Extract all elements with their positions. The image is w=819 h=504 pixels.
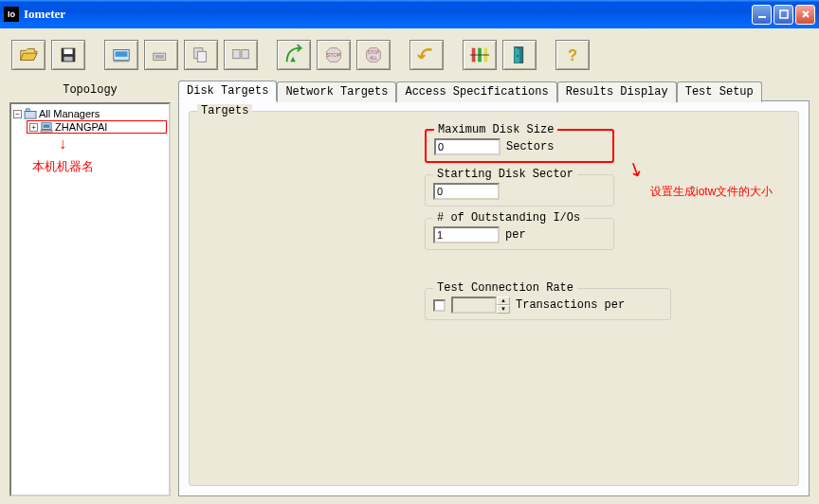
svg-rect-3 [64, 49, 72, 55]
starting-sector-legend: Starting Disk Sector [433, 168, 577, 181]
svg-rect-28 [44, 124, 50, 127]
tab-content: Targets Maximum Disk Size Sectors [178, 100, 810, 496]
targets-legend: Targets [197, 104, 252, 117]
svg-rect-6 [116, 51, 128, 57]
edit-specs-button[interactable] [463, 40, 497, 70]
svg-rect-7 [114, 61, 130, 63]
computer-icon [40, 121, 53, 133]
test-conn-rate-legend: Test Connection Rate [433, 281, 577, 295]
svg-text:?: ? [568, 46, 577, 63]
expand-icon[interactable]: − [13, 110, 22, 118]
tree-item-machine[interactable]: + ZHANGPAI [27, 120, 167, 134]
window-body: STOP STOPALL ? Topology − [0, 28, 819, 504]
annotation-disk-size: 设置生成iotw文件的大小 [650, 184, 773, 200]
max-disk-size-input[interactable] [434, 138, 500, 155]
tree-child-label: ZHANGPAI [55, 121, 107, 133]
svg-rect-1 [780, 10, 788, 18]
svg-rect-25 [25, 111, 36, 118]
start-button[interactable] [277, 40, 311, 70]
tab-disk-targets[interactable]: Disk Targets [178, 81, 277, 101]
spinner-up-button[interactable]: ▲ [497, 297, 510, 305]
svg-text:ALL: ALL [370, 56, 378, 61]
svg-rect-0 [758, 16, 766, 18]
test-conn-rate-fieldset: Test Connection Rate ▲ ▼ [425, 288, 671, 320]
svg-rect-4 [64, 57, 72, 62]
copy-worker-button[interactable] [184, 40, 218, 70]
svg-rect-29 [41, 130, 52, 132]
svg-rect-12 [233, 50, 240, 59]
test-conn-rate-spinner: ▲ ▼ [451, 297, 510, 314]
toolbar: STOP STOPALL ? [9, 36, 810, 80]
close-button[interactable] [795, 5, 815, 25]
topology-tree[interactable]: − All Managers + ZHANGPAI ↓ 本机机器名 [9, 102, 171, 496]
svg-text:STOP: STOP [327, 52, 341, 58]
managers-icon [24, 108, 37, 119]
tab-test-setup[interactable]: Test Setup [677, 81, 762, 102]
annotation-machine-name: 本机机器名 [32, 158, 167, 175]
window-title: Iometer [24, 7, 752, 22]
stop-all-button[interactable]: STOPALL [356, 40, 391, 70]
outstanding-ios-legend: # of Outstanding I/Os [433, 211, 584, 225]
outstanding-ios-fieldset: # of Outstanding I/Os per [425, 218, 614, 250]
test-conn-rate-checkbox[interactable] [433, 299, 446, 312]
spinner-down-button[interactable]: ▼ [497, 305, 510, 314]
svg-text:STOP: STOP [368, 50, 379, 55]
tab-access-specifications[interactable]: Access Specifications [396, 81, 556, 102]
max-disk-size-legend: Maximum Disk Size [434, 123, 557, 136]
expand-icon[interactable]: + [29, 123, 38, 132]
tab-network-targets[interactable]: Network Targets [277, 81, 396, 102]
content-area: Topology − All Managers + ZHANGPAI ↓ 本机机… [9, 80, 810, 496]
tab-strip: Disk Targets Network Targets Access Spec… [178, 80, 810, 100]
svg-rect-9 [155, 55, 164, 59]
save-button[interactable] [51, 40, 85, 70]
max-disk-size-fieldset: Maximum Disk Size Sectors [425, 129, 614, 163]
clone-worker-button[interactable] [224, 40, 258, 70]
network-manager-button[interactable] [144, 40, 178, 70]
svg-rect-13 [242, 50, 248, 59]
app-icon: Io [4, 7, 19, 22]
svg-rect-11 [197, 51, 206, 62]
topology-panel: Topology − All Managers + ZHANGPAI ↓ 本机机… [9, 80, 171, 496]
outstanding-ios-unit: per [505, 228, 526, 242]
tab-results-display[interactable]: Results Display [557, 81, 677, 102]
tree-root-label: All Managers [39, 108, 100, 119]
reset-button[interactable] [410, 40, 444, 70]
minimize-button[interactable] [752, 5, 772, 25]
test-conn-rate-unit: Transactions per [516, 298, 625, 312]
help-button[interactable]: ? [555, 40, 590, 70]
starting-sector-fieldset: Starting Disk Sector [425, 174, 614, 207]
stop-button[interactable]: STOP [317, 40, 351, 70]
svg-rect-26 [27, 109, 29, 112]
svg-point-23 [517, 55, 519, 57]
max-disk-size-unit: Sectors [506, 140, 554, 153]
maximize-button[interactable] [774, 5, 793, 25]
titlebar: Io Iometer [0, 0, 819, 28]
annotation-arrow-icon: ↓ [59, 135, 167, 153]
exit-button[interactable] [502, 40, 537, 70]
test-conn-rate-value[interactable] [451, 297, 497, 314]
targets-fieldset: Targets Maximum Disk Size Sectors [189, 111, 799, 486]
window-controls [752, 5, 815, 25]
main-panel: Disk Targets Network Targets Access Spec… [178, 80, 810, 496]
outstanding-ios-input[interactable] [433, 226, 500, 243]
starting-sector-input[interactable] [433, 183, 500, 200]
disk-manager-button[interactable] [104, 40, 138, 70]
tree-root-all-managers[interactable]: − All Managers [13, 108, 167, 119]
open-button[interactable] [11, 40, 46, 70]
topology-header: Topology [9, 80, 171, 102]
